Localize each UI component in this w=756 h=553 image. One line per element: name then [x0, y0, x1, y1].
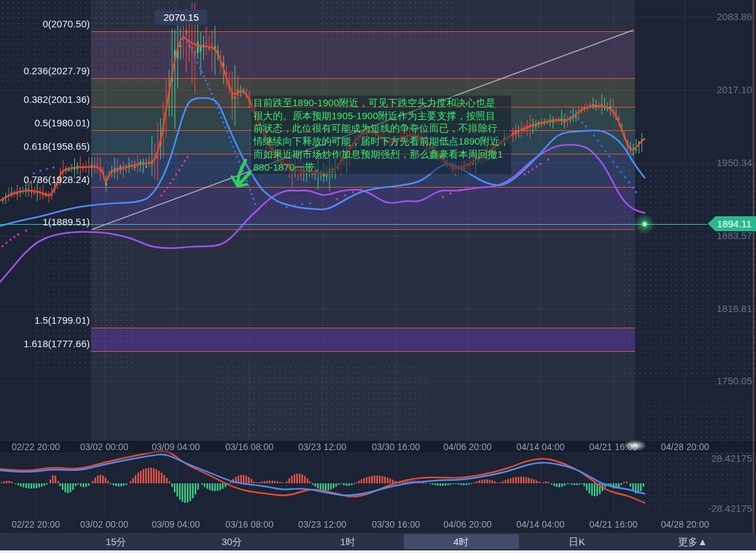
timeframe-tab-30分[interactable]: 30分 [221, 533, 242, 550]
right-edge-accent [753, 0, 754, 533]
timeframe-tabbar: 分15分30分1时4时日K更多▲ [0, 533, 756, 550]
timeframe-tab-1时[interactable]: 1时 [340, 533, 355, 550]
timeframe-tab-日K[interactable]: 日K [568, 533, 585, 550]
macd-time-axis-label: 02/22 20:00 [12, 519, 60, 530]
time-axis-label: 03/30 16:00 [372, 442, 420, 452]
macd-time-axis-label: 04/21 16:00 [589, 519, 637, 530]
macd-time-axis-label: 03/02 00:00 [80, 519, 128, 530]
macd-time-axis-label: 04/28 20:00 [661, 519, 709, 530]
macd-scale-min: -28.42175 [708, 503, 752, 514]
hand-drawn-arrow-icon [0, 0, 756, 440]
macd-time-axis-label: 03/30 16:00 [372, 519, 420, 530]
macd-time-axis-label: 03/09 04:00 [152, 519, 200, 530]
macd-time-axis-label: 04/14 04:00 [516, 519, 565, 530]
macd-time-axis-label: 03/16 08:00 [225, 519, 273, 530]
bottom-edge-strip [0, 550, 756, 553]
time-axis-label: 03/23 12:00 [298, 442, 346, 452]
current-price-value: 1894.11 [717, 218, 751, 229]
current-price-badge: 1894.11 [708, 216, 756, 231]
timeframe-tab-15分[interactable]: 15分 [105, 533, 126, 550]
macd-time-axis-label: 03/23 12:00 [298, 519, 346, 530]
time-axis-label: 03/16 08:00 [225, 442, 273, 452]
timeframe-tab-分[interactable]: 分 [0, 533, 1, 550]
macd-time-axis-label: 04/06 20:00 [443, 519, 492, 530]
latest-bar-glow-marker [624, 440, 646, 451]
time-axis-label: 03/09 04:00 [152, 442, 200, 452]
time-axis-label: 04/14 04:00 [516, 442, 565, 452]
timeframe-tab-多[interactable]: 更多▲ [679, 533, 708, 550]
macd-scale-max: 28.42175 [711, 453, 752, 464]
trading-chart-app: 0(2070.50)0.236(2027.79)0.382(2001.36)0.… [0, 0, 756, 553]
time-axis-label: 03/02 00:00 [80, 442, 128, 452]
time-axis-label: 04/28 20:00 [661, 442, 709, 452]
time-axis-label: 04/06 20:00 [443, 442, 492, 452]
timeframe-tab-4时[interactable]: 4时 [453, 533, 468, 550]
time-axis-label: 02/22 20:00 [12, 442, 60, 452]
